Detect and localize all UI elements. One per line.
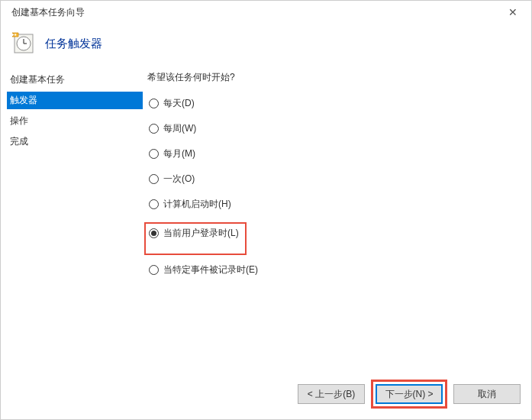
radio-icon <box>149 124 159 134</box>
sidebar-step-2[interactable]: 操作 <box>7 112 143 130</box>
radio-label: 当特定事件被记录时(E) <box>163 263 258 276</box>
radio-label: 一次(O) <box>163 173 195 186</box>
sidebar-step-1[interactable]: 触发器 <box>7 92 143 109</box>
window-title: 创建基本任务向导 <box>8 6 85 19</box>
trigger-options: 每天(D)每周(W)每月(M)一次(O)计算机启动时(H)当前用户登录时(L)当… <box>147 96 525 277</box>
next-button-highlight: 下一步(N) > <box>371 380 447 409</box>
radio-label: 每周(W) <box>163 122 196 135</box>
sidebar-step-3[interactable]: 完成 <box>7 133 143 150</box>
radio-icon <box>149 149 159 159</box>
svg-point-5 <box>15 34 17 36</box>
clock-icon <box>11 31 36 56</box>
trigger-option-1[interactable]: 每周(W) <box>147 121 525 136</box>
radio-label: 当前用户登录时(L) <box>163 227 239 240</box>
sidebar-step-0[interactable]: 创建基本任务 <box>7 71 143 89</box>
wizard-step-title: 任务触发器 <box>45 37 102 51</box>
next-button[interactable]: 下一步(N) > <box>376 384 443 404</box>
trigger-option-0[interactable]: 每天(D) <box>147 96 525 111</box>
radio-label: 每天(D) <box>163 97 195 110</box>
content-area: 创建基本任务触发器操作完成 希望该任务何时开始? 每天(D)每周(W)每月(M)… <box>1 71 531 288</box>
radio-icon <box>149 99 159 108</box>
main-panel: 希望该任务何时开始? 每天(D)每周(W)每月(M)一次(O)计算机启动时(H)… <box>143 71 525 288</box>
back-button[interactable]: < 上一步(B) <box>298 384 365 404</box>
trigger-option-4[interactable]: 计算机启动时(H) <box>147 197 525 212</box>
radio-label: 计算机启动时(H) <box>163 198 231 211</box>
wizard-steps-sidebar: 创建基本任务触发器操作完成 <box>7 71 143 288</box>
radio-label: 每月(M) <box>163 147 195 160</box>
trigger-question: 希望该任务何时开始? <box>147 71 525 84</box>
trigger-option-6[interactable]: 当特定事件被记录时(E) <box>147 263 525 277</box>
option-highlight: 当前用户登录时(L) <box>144 222 247 255</box>
radio-icon <box>149 199 159 209</box>
wizard-header: 任务触发器 <box>1 24 531 71</box>
wizard-buttons: < 上一步(B) 下一步(N) > 取消 <box>298 380 521 409</box>
radio-icon <box>149 228 159 238</box>
trigger-option-5[interactable]: 当前用户登录时(L) <box>147 226 240 241</box>
radio-icon <box>149 265 159 275</box>
trigger-option-3[interactable]: 一次(O) <box>147 172 525 186</box>
close-icon[interactable]: ✕ <box>502 3 524 21</box>
trigger-option-2[interactable]: 每月(M) <box>147 147 525 161</box>
radio-icon <box>149 174 159 184</box>
titlebar: 创建基本任务向导 ✕ <box>1 1 531 24</box>
cancel-button[interactable]: 取消 <box>453 384 521 404</box>
